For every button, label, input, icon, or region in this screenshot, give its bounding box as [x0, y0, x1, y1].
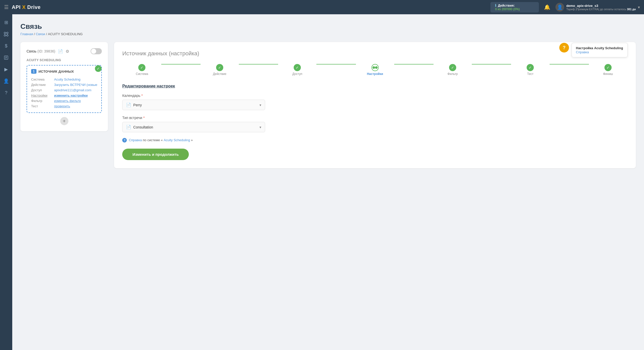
- menu-icon[interactable]: ☰: [4, 4, 9, 10]
- source-number: 1: [31, 69, 36, 74]
- help-ref-link[interactable]: Справка: [129, 138, 142, 142]
- access-link[interactable]: apixdrive111@gmail.com: [54, 88, 91, 92]
- section-title: Редактирование настроек: [122, 84, 628, 88]
- sidebar-item-profile[interactable]: 👤: [1, 76, 11, 86]
- step-line-4: [394, 64, 434, 64]
- svg-point-2: [4, 35, 6, 36]
- toggle-switch[interactable]: [91, 48, 102, 54]
- step-label-finish: Финиш: [603, 72, 613, 76]
- connection-title: Связь (ID: 39836): [27, 49, 55, 53]
- columns: Связь (ID: 39836) 📄 ⚙ ACUITY SCHEDULING …: [20, 42, 636, 168]
- service-label: ACUITY SCHEDULING: [27, 58, 102, 62]
- step-label-filtr: Фильтр: [448, 72, 458, 76]
- right-panel: Источник данных (настройка) ✓ Система ✓: [114, 42, 636, 168]
- table-row: Доступ apixdrive111@gmail.com: [31, 87, 97, 93]
- breadcrumb: Главная / Связи / ACUITY SCHEDULING: [20, 32, 636, 36]
- help-circle-icon: ?: [122, 138, 127, 142]
- step-dostup: ✓ Доступ: [278, 64, 317, 76]
- left-panel-header: Связь (ID: 39836) 📄 ⚙: [27, 48, 102, 54]
- table-row: Действие Загрузить ВСТРЕЧИ (новые: [31, 82, 97, 87]
- right-panel-title: Источник данных (настройка): [122, 50, 628, 57]
- doc-icon[interactable]: 📄: [58, 49, 63, 54]
- step-line-6: [550, 64, 589, 64]
- step-label-test: Тест: [527, 72, 534, 76]
- sidebar-item-connections[interactable]: [1, 29, 11, 39]
- meeting-type-select[interactable]: 📄 Consultation ▾: [122, 122, 265, 132]
- user-avatar: 👤: [555, 3, 564, 11]
- sidebar-item-home[interactable]: ⊞: [1, 17, 11, 28]
- svg-point-3: [7, 35, 8, 36]
- calendar-value: Perry: [133, 103, 142, 107]
- source-block: ✓ 1 ИСТОЧНИК ДАННЫХ Система Acuity Sched…: [27, 65, 102, 113]
- logo-text-drive: Drive: [27, 4, 41, 10]
- step-test: ✓ Тест: [511, 64, 550, 76]
- logo-x: X: [22, 4, 26, 10]
- add-block-button[interactable]: +: [60, 117, 68, 125]
- bell-icon[interactable]: 🔔: [542, 3, 552, 11]
- user-info: demo_apix-drive_s3 Тариф |Премиум EXTRA|…: [566, 4, 636, 11]
- chevron-down-icon: ▾: [259, 103, 261, 107]
- calendar-required: *: [141, 94, 143, 98]
- step-circle-finish: ✓: [604, 64, 612, 71]
- help-bubble-title: Настройка Acuity Scheduling: [576, 46, 623, 50]
- help-icon[interactable]: ?: [559, 43, 569, 53]
- filter-link[interactable]: изменить фильтр: [54, 99, 81, 103]
- help-bubble-link[interactable]: Справка: [576, 50, 589, 54]
- meeting-type-value: Consultation: [133, 125, 153, 129]
- sidebar-item-billing[interactable]: $: [1, 41, 11, 51]
- user-menu[interactable]: 👤 demo_apix-drive_s3 Тариф |Премиум EXTR…: [555, 3, 640, 11]
- test-link[interactable]: проверить: [54, 104, 70, 108]
- step-circle-sistema: ✓: [138, 64, 145, 71]
- system-link[interactable]: Acuity Scheduling: [54, 77, 80, 81]
- actions-counter: ℹДействия: 0 из 200'000 (0%): [490, 2, 539, 12]
- meeting-type-group: Тип встречи * 📄 Consultation ▾: [122, 116, 628, 132]
- step-sistema: ✓ Система: [122, 64, 162, 76]
- source-label: ИСТОЧНИК ДАННЫХ: [39, 70, 74, 73]
- meeting-type-required: *: [143, 116, 144, 120]
- step-label-deystvie: Действие: [213, 72, 226, 76]
- breadcrumb-home[interactable]: Главная: [20, 32, 33, 36]
- step-deystvie: ✓ Действие: [200, 64, 239, 76]
- svg-point-0: [4, 32, 6, 34]
- actions-label: ℹДействия:: [495, 4, 515, 7]
- table-row: Система Acuity Scheduling: [31, 77, 97, 82]
- acuity-link[interactable]: Acuity Scheduling: [164, 138, 190, 142]
- step-nastroyki: Настройки: [355, 64, 395, 76]
- sidebar-item-help[interactable]: ?: [1, 88, 11, 98]
- step-line-5: [472, 64, 511, 64]
- help-reference: ? Справка по системе « Acuity Scheduling…: [122, 138, 628, 142]
- file-icon: 📄: [126, 102, 131, 107]
- page-title: Связь: [20, 22, 636, 31]
- table-row: Фильтр изменить фильтр: [31, 98, 97, 103]
- gear-icon[interactable]: ⚙: [66, 49, 69, 54]
- logo: APIXDrive: [12, 4, 41, 10]
- logo-text-api: API: [12, 4, 21, 10]
- meeting-type-label: Тип встречи *: [122, 116, 628, 120]
- step-label-dostup: Доступ: [292, 72, 302, 76]
- help-bubble: Настройка Acuity Scheduling Справка: [572, 43, 628, 57]
- submit-button[interactable]: Изменить и продолжить: [122, 149, 189, 160]
- step-filtr: ✓ Фильтр: [433, 64, 472, 76]
- step-label-nastroyki: Настройки: [367, 72, 383, 76]
- table-row: Тест проверить: [31, 103, 97, 109]
- sidebar: ⊞ $ ▶ 👤 ?: [0, 14, 12, 350]
- breadcrumb-connections[interactable]: Связи: [36, 32, 45, 36]
- actions-value: 0 из 200'000 (0%): [495, 7, 520, 11]
- calendar-label: Календарь *: [122, 94, 628, 98]
- step-circle-nastroyki: [371, 64, 379, 71]
- sidebar-item-media[interactable]: ▶: [1, 64, 11, 74]
- settings-link[interactable]: изменить настройки: [54, 94, 88, 97]
- file-icon-2: 📄: [126, 125, 131, 129]
- step-label-sistema: Система: [136, 72, 148, 76]
- left-panel: Связь (ID: 39836) 📄 ⚙ ACUITY SCHEDULING …: [20, 42, 108, 131]
- svg-point-1: [7, 32, 8, 34]
- step-circle-filtr: ✓: [449, 64, 456, 71]
- user-plan: Тариф |Премиум EXTRA| до оплаты осталось…: [566, 8, 636, 11]
- source-block-badge: ✓: [95, 65, 102, 72]
- calendar-select[interactable]: 📄 Perry ▾: [122, 100, 265, 110]
- main-content: Связь Главная / Связи / ACUITY SCHEDULIN…: [12, 14, 644, 350]
- sidebar-item-tasks[interactable]: [1, 53, 11, 63]
- source-table: Система Acuity Scheduling Действие Загру…: [31, 77, 97, 109]
- step-finish: ✓ Финиш: [588, 64, 628, 76]
- source-block-title: 1 ИСТОЧНИК ДАННЫХ: [31, 69, 97, 74]
